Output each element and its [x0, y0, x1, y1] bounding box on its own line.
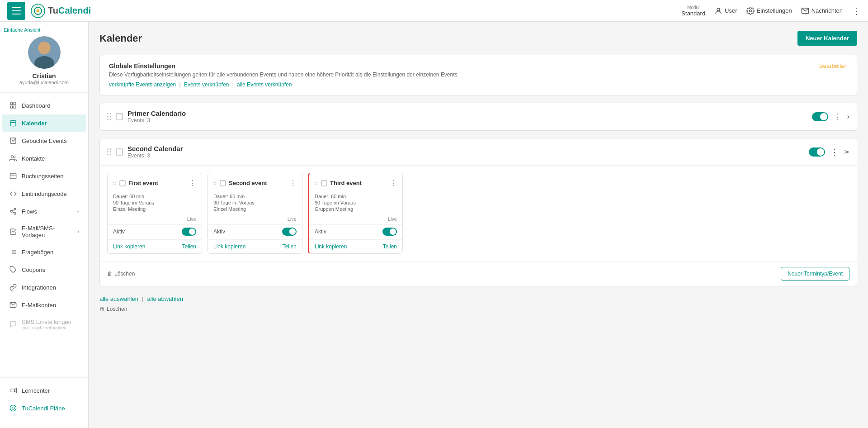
- link-alle-events[interactable]: alle Events verknüpfen: [237, 81, 292, 88]
- calendar-primer-checkbox[interactable]: [116, 113, 123, 120]
- sidebar-item-kontakte[interactable]: Kontakte: [2, 150, 86, 167]
- event-second-aktiv-row: Aktiv: [208, 224, 302, 239]
- event-second-aktiv-toggle[interactable]: [282, 228, 297, 236]
- drag-handle-primer[interactable]: [107, 113, 111, 120]
- event-second-dauer: Dauer: 60 min: [213, 194, 297, 199]
- event-third-teilen[interactable]: Teilen: [383, 243, 397, 250]
- more-menu[interactable]: ⋮: [852, 5, 861, 16]
- event-first-more[interactable]: ⋮: [189, 179, 196, 187]
- user-menu[interactable]: User: [714, 7, 737, 15]
- link-events-verknüpfen[interactable]: Events verknüpfen: [184, 81, 229, 88]
- logo-text: TuCalendi: [48, 5, 91, 16]
- calendar-second-info: Second Calendar Events: 3: [127, 145, 804, 159]
- calendar-second-more[interactable]: ⋮: [830, 147, 839, 157]
- profile-hint: Einfache Ansicht: [4, 27, 40, 33]
- event-first-link-kopieren[interactable]: Link kopieren: [113, 243, 145, 250]
- select-all-link[interactable]: alle auswählen: [99, 295, 138, 302]
- code-icon: [9, 190, 17, 198]
- bottom-delete-button[interactable]: 🗑 Löschen: [99, 306, 857, 312]
- event-card-second: Second event ⋮ Dauer: 60 min 90 Tage im …: [208, 173, 302, 254]
- sidebar-item-flows[interactable]: Flows ›: [2, 203, 86, 220]
- new-calendar-button[interactable]: Neuer Kalender: [797, 31, 857, 46]
- event-second-teilen[interactable]: Teilen: [283, 243, 297, 250]
- calendar-primer-toggle[interactable]: [812, 112, 828, 121]
- deselect-all-link[interactable]: alle abwählen: [147, 295, 183, 302]
- drag-handle-second[interactable]: [107, 148, 111, 155]
- settings-menu[interactable]: Einstellungen: [746, 7, 792, 15]
- calendar-primer-more[interactable]: ⋮: [834, 112, 842, 122]
- sidebar-item-email-sms[interactable]: E-Mail/SMS-Vorlagen ›: [2, 220, 86, 243]
- event-first-header: First event ⋮: [108, 173, 202, 191]
- event-first-teilen[interactable]: Teilen: [182, 243, 196, 250]
- svg-rect-13: [14, 106, 16, 108]
- event-third-link-kopieren[interactable]: Link kopieren: [315, 243, 347, 250]
- bottom-trash-icon: 🗑: [99, 306, 105, 312]
- sidebar-item-coupons[interactable]: Coupons: [2, 261, 86, 278]
- event-second-more[interactable]: ⋮: [289, 179, 297, 187]
- event-second-link-kopieren[interactable]: Link kopieren: [213, 243, 245, 250]
- event-second-drag[interactable]: [213, 182, 216, 185]
- sidebar-item-emailkonten[interactable]: E-Mailkonten: [2, 296, 86, 314]
- sidebar-bottom: Lerncenter TuCalendi Pläne: [0, 377, 88, 421]
- event-first-checkbox[interactable]: [119, 180, 126, 186]
- bottom-actions: alle auswählen | alle abwählen 🗑 Löschen: [99, 294, 857, 314]
- event-third-header: Third event ⋮: [309, 173, 402, 191]
- event-second-meeting: Einzel Meeting: [213, 206, 297, 212]
- event-third-footer: Link kopieren Teilen: [309, 239, 402, 253]
- link-verknüpfte-events[interactable]: verknüpfte Events anzeigen: [109, 81, 176, 88]
- event-first-drag[interactable]: [113, 182, 116, 185]
- trash-icon: 🗑: [107, 271, 113, 277]
- new-event-button[interactable]: Neuer Termintyp/Event: [781, 267, 849, 281]
- event-third-live-row: Live: [309, 216, 402, 224]
- svg-point-9: [39, 43, 50, 53]
- calendar-icon: [9, 119, 17, 127]
- profile-email: ayuda@tucalendi.com: [19, 80, 69, 85]
- calendar-second-delete-button[interactable]: 🗑 Löschen: [107, 271, 135, 277]
- event-first-title: First event: [128, 180, 186, 186]
- event-third-aktiv-toggle[interactable]: [382, 228, 397, 236]
- event-second-aktiv-label: Aktiv: [213, 228, 225, 235]
- check-circle-icon: [9, 228, 17, 236]
- calendar-second-collapse[interactable]: ∧: [843, 149, 851, 155]
- calendar-primer: Primer Calendario Events: 3 ⋮ ›: [99, 103, 857, 131]
- sidebar-item-gebuchte-events[interactable]: Gebuchte Events: [2, 132, 86, 149]
- calendar-second-actions: ⋮ ∧: [809, 147, 849, 157]
- profile-name: Cristian: [32, 72, 56, 80]
- sidebar-item-lerncenter[interactable]: Lerncenter: [2, 382, 86, 399]
- bottom-select-links: alle auswählen | alle abwählen: [99, 295, 857, 302]
- avatar: [28, 36, 61, 69]
- event-third-checkbox[interactable]: [321, 180, 327, 186]
- sidebar-item-fragebögen[interactable]: Fragebögen: [2, 243, 86, 261]
- event-first-live-row: Live: [108, 216, 202, 224]
- calendar-second-subtitle: Events: 3: [127, 152, 804, 159]
- event-third-more[interactable]: ⋮: [390, 179, 397, 187]
- sidebar-item-kalender[interactable]: Kalender: [2, 114, 86, 132]
- svg-point-39: [13, 408, 14, 409]
- event-first-dauer: Dauer: 60 min: [113, 194, 196, 199]
- sidebar-item-tucalendi-plaene[interactable]: TuCalendi Pläne: [2, 399, 86, 417]
- event-second-live: Live: [288, 216, 297, 222]
- messages-menu[interactable]: Nachrichten: [801, 7, 843, 15]
- hamburger-button[interactable]: [7, 2, 25, 20]
- event-second-header: Second event ⋮: [208, 173, 302, 191]
- mail-icon: [801, 7, 809, 15]
- event-third-drag[interactable]: [315, 182, 317, 185]
- calendar-second-toggle[interactable]: [809, 147, 825, 157]
- event-second-voraus: 90 Tage im Voraus: [213, 200, 297, 205]
- calendar-second-checkbox[interactable]: [116, 148, 123, 156]
- sidebar-item-integrationen[interactable]: Integrationen: [2, 279, 86, 296]
- event-first-footer: Link kopieren Teilen: [108, 239, 202, 253]
- message-circle-icon: [9, 320, 17, 328]
- event-second-checkbox[interactable]: [220, 180, 226, 186]
- edit-global-settings-button[interactable]: Bearbeiten: [819, 62, 848, 69]
- modul-selector[interactable]: Modul Standard: [681, 5, 705, 17]
- gear-icon: [746, 7, 755, 15]
- calendar-second-title: Second Calendar: [127, 145, 804, 152]
- sidebar-item-dashboard[interactable]: Dashboard: [2, 97, 86, 114]
- sidebar-item-buchungsseiten[interactable]: Buchungsseiten: [2, 167, 86, 185]
- sidebar-item-einbindungscode[interactable]: Einbindungscode: [2, 185, 86, 202]
- global-settings-links: verknüpfte Events anzeigen | Events verk…: [109, 81, 819, 88]
- global-settings-content: Globale Einstellungen Diese Verfügbarkei…: [109, 62, 819, 88]
- event-first-aktiv-toggle[interactable]: [182, 228, 196, 236]
- calendar-primer-expand[interactable]: ›: [847, 113, 849, 121]
